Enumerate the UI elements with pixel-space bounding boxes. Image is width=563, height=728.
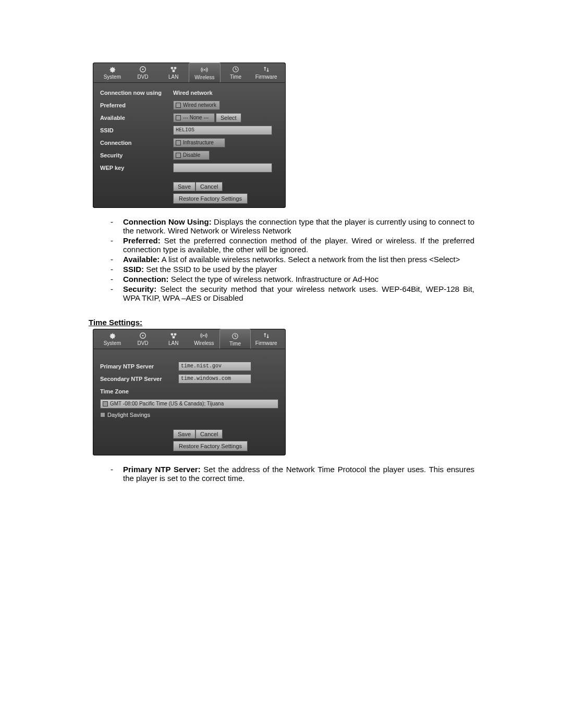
dropdown-marker-icon — [103, 401, 108, 406]
svg-point-1 — [142, 69, 144, 70]
dropdown-marker-icon — [176, 153, 181, 158]
wep-label: WEP key — [100, 165, 173, 171]
tab-label: System — [104, 340, 121, 346]
tab-label: LAN — [168, 74, 178, 80]
svg-rect-3 — [174, 67, 176, 69]
svg-rect-11 — [172, 337, 174, 339]
restore-factory-button[interactable]: Restore Factory Settings — [173, 441, 248, 451]
clock-icon — [232, 66, 239, 73]
tab-firmware[interactable]: Firmware — [251, 63, 282, 82]
svg-rect-4 — [172, 70, 174, 72]
conn-now-label: Connection now using — [100, 90, 173, 96]
list-item: -Available: A list of available wireless… — [111, 255, 474, 264]
tab-time[interactable]: Time — [219, 329, 251, 349]
lan-icon — [170, 66, 177, 73]
time-form: Primary NTP Server time.nist.gov Seconda… — [93, 349, 286, 420]
preferred-select[interactable]: Wired network — [173, 101, 220, 110]
list-item: -Connection: Select the type of wireless… — [111, 275, 474, 283]
tab-dvd[interactable]: DVD — [128, 63, 158, 82]
transfer-icon — [263, 332, 270, 339]
list-item: -Connection Now Using: Displays the conn… — [111, 217, 474, 235]
svg-rect-10 — [174, 334, 176, 336]
list-item: -SSID: Set the SSID to be used by the pl… — [111, 265, 474, 274]
time-settings-heading: Time Settings: — [89, 318, 474, 327]
document-page: System DVD LAN Wireless Time Firmware — [0, 0, 563, 554]
connection-select[interactable]: Infrastructure — [173, 138, 225, 147]
svg-point-5 — [204, 69, 205, 71]
svg-point-12 — [203, 335, 205, 337]
disc-icon — [139, 332, 146, 339]
tab-lan[interactable]: LAN — [158, 329, 189, 349]
daylight-savings-checkbox[interactable] — [100, 412, 105, 417]
tab-label: Wireless — [194, 340, 214, 346]
ssid-label: SSID — [100, 127, 173, 133]
time-settings-screenshot: System DVD LAN Wireless Time Firmware — [93, 329, 286, 455]
tab-wireless[interactable]: Wireless — [189, 63, 221, 82]
wireless-description-list: -Connection Now Using: Displays the conn… — [111, 217, 474, 302]
tab-bar: System DVD LAN Wireless Time Firmware — [93, 329, 286, 349]
cancel-button[interactable]: Cancel — [195, 429, 223, 439]
preferred-label: Preferred — [100, 102, 173, 108]
list-item: -Primary NTP Server: Set the address of … — [111, 465, 474, 483]
save-button[interactable]: Save — [173, 429, 195, 439]
tab-bar: System DVD LAN Wireless Time Firmware — [93, 63, 286, 83]
svg-point-8 — [142, 335, 144, 337]
svg-rect-9 — [170, 334, 173, 336]
time-description-list: -Primary NTP Server: Set the address of … — [111, 465, 474, 483]
gear-icon — [108, 66, 116, 73]
list-item: -Security: Select the security method th… — [111, 285, 474, 302]
wireless-icon — [201, 66, 208, 73]
primary-ntp-label: Primary NTP Server — [100, 363, 178, 369]
wireless-settings-screenshot: System DVD LAN Wireless Time Firmware — [93, 63, 286, 208]
tab-system[interactable]: System — [97, 63, 128, 82]
timezone-select[interactable]: GMT -08:00 Pacific Time (US & Canada); T… — [100, 399, 278, 409]
tab-label: Time — [229, 341, 241, 347]
clock-icon — [231, 332, 239, 340]
dropdown-marker-icon — [176, 103, 181, 108]
available-select[interactable]: --- None --- — [173, 113, 215, 122]
tab-label: DVD — [137, 74, 148, 80]
list-item: -Preferred: Set the preferred connection… — [111, 236, 474, 254]
tab-lan[interactable]: LAN — [158, 63, 189, 82]
timezone-label: Time Zone — [100, 388, 178, 394]
select-button[interactable]: Select — [216, 113, 241, 122]
tab-label: Wireless — [194, 75, 214, 80]
gear-icon — [108, 332, 116, 339]
daylight-savings-label: Daylight Savings — [107, 412, 150, 418]
tab-label: Firmware — [255, 74, 277, 80]
tab-system[interactable]: System — [97, 329, 128, 349]
tab-dvd[interactable]: DVD — [128, 329, 158, 349]
lan-icon — [170, 332, 177, 339]
tab-label: System — [104, 74, 121, 80]
tab-label: DVD — [137, 340, 148, 346]
save-button[interactable]: Save — [173, 182, 195, 191]
wep-input[interactable] — [173, 163, 272, 172]
security-select[interactable]: Disable — [173, 151, 210, 160]
wireless-form: Connection now using Wired network Prefe… — [93, 83, 286, 178]
cancel-button[interactable]: Cancel — [195, 182, 223, 191]
tab-label: Firmware — [255, 340, 277, 346]
wireless-icon — [200, 332, 207, 339]
secondary-ntp-input[interactable]: time.windows.com — [178, 374, 251, 384]
security-label: Security — [100, 152, 173, 158]
tab-label: LAN — [168, 340, 178, 346]
connection-label: Connection — [100, 140, 173, 146]
dropdown-marker-icon — [176, 140, 181, 145]
restore-factory-button[interactable]: Restore Factory Settings — [173, 193, 248, 204]
tab-label: Time — [230, 74, 241, 80]
disc-icon — [139, 66, 146, 73]
svg-rect-2 — [170, 67, 173, 69]
secondary-ntp-label: Secondary NTP Server — [100, 376, 178, 382]
tab-time[interactable]: Time — [221, 63, 251, 82]
available-label: Available — [100, 115, 173, 121]
dropdown-marker-icon — [176, 115, 181, 120]
tab-firmware[interactable]: Firmware — [251, 329, 282, 349]
transfer-icon — [263, 66, 270, 73]
primary-ntp-input[interactable]: time.nist.gov — [178, 362, 251, 371]
tab-wireless[interactable]: Wireless — [189, 329, 219, 349]
ssid-input[interactable]: HELIOS — [173, 126, 272, 135]
conn-now-value: Wired network — [173, 90, 213, 96]
